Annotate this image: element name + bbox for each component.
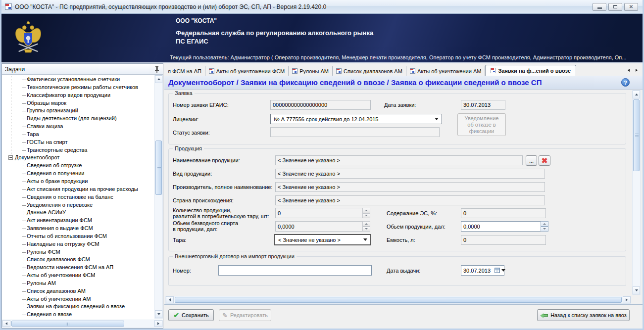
scrollbar-thumb[interactable] xyxy=(11,321,124,327)
help-icon[interactable]: ? xyxy=(621,78,630,87)
back-to-list-button[interactable]: Назад к списку заявок на ввоз xyxy=(537,309,630,321)
tree-item[interactable]: Сведения об отгрузке xyxy=(2,162,154,170)
tree-item[interactable]: Список диапазонов ФСМ xyxy=(2,256,154,264)
check-icon: ✔ xyxy=(173,312,179,319)
label-soderzhanie: Содержание ЭС, %: xyxy=(387,210,437,216)
scroll-down-button[interactable] xyxy=(155,310,162,318)
tree-item-label: Ведомости нанесения ФСМ на АП xyxy=(2,264,113,272)
group-produkciya: Продукция Наименование продукции: < Знач… xyxy=(168,148,626,251)
tree-item[interactable]: Группы организаций xyxy=(2,107,154,115)
scrollbar-thumb[interactable] xyxy=(633,99,640,171)
tab-item[interactable]: Список диапазонов АМ xyxy=(333,66,406,76)
select-tara[interactable]: < Значение не указано > xyxy=(274,234,371,245)
tree-item[interactable]: Отчеты об использовании ФСМ xyxy=(2,233,154,240)
form-vertical-scrollbar[interactable] xyxy=(632,90,641,295)
browse-product-button[interactable]: ... xyxy=(526,155,537,166)
tree-item[interactable]: Уведомления о перевозке xyxy=(2,201,154,209)
tree-item[interactable]: Ставки акциза xyxy=(2,123,154,131)
save-button[interactable]: ✔ Сохранить xyxy=(168,309,214,321)
label-licenzii: Лицензии: xyxy=(173,116,198,122)
tree-item-label: Заявки на фиксацию сведений о ввозе xyxy=(2,303,125,311)
spin-down-icon[interactable] xyxy=(541,227,548,232)
tree-item[interactable]: Рулоны ФСМ xyxy=(2,248,154,256)
tree-item[interactable]: Заявления о выдаче ФСМ xyxy=(2,225,154,233)
scroll-left-button[interactable] xyxy=(2,320,10,327)
tree-item[interactable]: Тара xyxy=(2,131,154,139)
tree-item[interactable]: Акты об уничтожении АМ xyxy=(2,295,154,303)
input-dogovor-nomer[interactable] xyxy=(218,265,372,276)
tab-scroll-right-button[interactable] xyxy=(633,66,641,74)
tree-item[interactable]: ГОСТы на спирт xyxy=(2,139,154,146)
tree-item[interactable]: Список диапазонов АМ xyxy=(2,287,154,295)
tree-item[interactable]: Технологические режимы работы счетчиков xyxy=(2,84,154,92)
scroll-up-button[interactable] xyxy=(633,91,640,98)
tree-item[interactable]: Акт инвентаризации ФСМ xyxy=(2,217,154,225)
scroll-left-button[interactable] xyxy=(166,296,174,303)
tree-item[interactable]: Виды деятельности (для лицензий) xyxy=(2,115,154,123)
minimize-button[interactable] xyxy=(593,3,606,11)
tree-connector xyxy=(22,236,26,237)
tab-strip-tabs: я ФСМ на АПАкты об уничтожении ФСМРулоны… xyxy=(164,65,576,76)
scroll-up-button[interactable] xyxy=(155,75,162,83)
save-button-label: Сохранить xyxy=(182,312,209,318)
close-button[interactable]: ✕ xyxy=(624,3,638,11)
spinner-kolichestvo: 0 xyxy=(275,208,370,218)
spin-up-icon[interactable] xyxy=(541,221,548,227)
datepicker-data-vydachi[interactable]: 30.07.2013 xyxy=(461,265,504,276)
scrollbar-thumb[interactable] xyxy=(175,297,622,303)
label-status-zayavki: Статус заявки: xyxy=(173,130,210,136)
tree-item[interactable]: Акты о браке продукции xyxy=(2,178,154,186)
label-tara: Тара: xyxy=(173,237,187,243)
tree-connector xyxy=(22,299,26,300)
tree-item[interactable]: Фактически установленные счетчики xyxy=(2,76,154,84)
scrollbar-thumb[interactable] xyxy=(155,141,162,195)
title-bar[interactable]: ООО "КОСТА" - ПС предприятий, осуществля… xyxy=(0,0,644,14)
tree-connector xyxy=(22,142,26,143)
tab-scroll-arrows xyxy=(625,66,641,74)
tree-item[interactable]: Сведения о ввозе xyxy=(2,311,154,319)
tab-active[interactable]: Заявки на ф...ений о ввозе xyxy=(485,65,576,76)
tab-scroll-left-button[interactable] xyxy=(625,66,633,74)
tree-item[interactable]: Ведомости нанесения ФСМ на АП xyxy=(2,264,154,272)
tree-vertical-scrollbar[interactable] xyxy=(154,75,163,319)
org-name: Федеральная служба по регулированию алко… xyxy=(176,29,373,37)
tree-item[interactable]: Сведения о постановке на баланс xyxy=(2,193,154,201)
tree-item[interactable]: Заявки на фиксацию сведений о ввозе xyxy=(2,303,154,311)
tree-item-label: ГОСТы на спирт xyxy=(2,139,67,146)
tree-item[interactable]: Акты об уничтожении ФСМ xyxy=(2,272,154,280)
chevron-down-icon xyxy=(501,269,505,272)
tab-item[interactable]: я ФСМ на АП xyxy=(164,66,205,76)
maximize-button[interactable] xyxy=(608,3,622,11)
tree-item[interactable]: Классификатор видов продукции xyxy=(2,92,154,99)
tree-item[interactable]: Образцы марок xyxy=(2,99,154,107)
tree-expander-minus-icon[interactable] xyxy=(8,155,13,160)
tab-item[interactable]: Акты об уничтожении АМ xyxy=(406,66,486,76)
clear-product-button[interactable]: ✖ xyxy=(539,155,550,166)
pin-icon[interactable] xyxy=(154,66,160,73)
form-horizontal-scrollbar[interactable] xyxy=(165,296,631,304)
label-emkost: Емкость, л: xyxy=(387,237,415,243)
scroll-right-button[interactable] xyxy=(623,296,631,303)
back-button-label: Назад к списку заявок на ввоз xyxy=(550,312,627,318)
label-nomer-zayavki: Номер заявки ЕГАИС: xyxy=(173,102,229,108)
scroll-down-button[interactable] xyxy=(633,286,640,294)
edit-pencil-icon: ✎ xyxy=(222,312,228,319)
tree-horizontal-scrollbar[interactable] xyxy=(2,320,163,328)
tree-item[interactable]: Акт списания продукции на прочие расходы xyxy=(2,186,154,193)
maximize-icon xyxy=(613,5,617,8)
form-area: Заявка Номер заявки ЕГАИС: 0000000000000… xyxy=(164,90,643,304)
label-dogovor-nomer: Номер: xyxy=(173,268,191,274)
tree-item[interactable]: Накладные на отгрузку ФСМ xyxy=(2,240,154,248)
tree-item[interactable]: Сведения о получении xyxy=(2,170,154,178)
tab-item[interactable]: Рулоны АМ xyxy=(289,66,333,76)
tree-item[interactable]: Транспортные средства xyxy=(2,146,154,154)
tree-item[interactable]: Рулоны АМ xyxy=(2,280,154,287)
bezvodny-value: 0,0000 xyxy=(278,224,295,230)
tab-item[interactable]: Акты об уничтожении ФСМ xyxy=(205,66,289,76)
spinner-obem-produkcii[interactable]: 0,0000 xyxy=(461,221,548,232)
select-licenzii[interactable]: № А 777556 срок действия до 12.04.2015 xyxy=(270,114,442,124)
tree-item[interactable]: Документооборот xyxy=(2,154,154,162)
tree-item[interactable]: Данные АСИиУ xyxy=(2,209,154,217)
tree-item-label: Фактически установленные счетчики xyxy=(2,76,120,84)
scroll-right-button[interactable] xyxy=(154,320,162,327)
